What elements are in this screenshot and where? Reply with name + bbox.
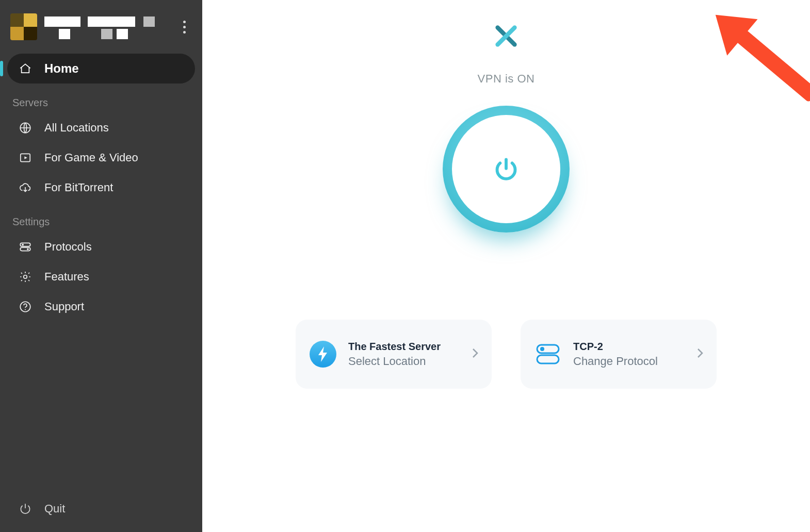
vpn-toggle-button[interactable] <box>443 106 570 232</box>
chevron-right-icon <box>472 348 478 360</box>
globe-icon <box>19 121 32 135</box>
account-header[interactable] <box>0 0 202 54</box>
location-card-title: The Fastest Server <box>348 341 441 353</box>
sidebar-item-all-locations[interactable]: All Locations <box>0 113 202 143</box>
sidebar-item-label: Support <box>44 300 84 313</box>
sidebar-item-protocols[interactable]: Protocols <box>0 232 202 262</box>
sidebar-item-home[interactable]: Home <box>7 54 195 84</box>
power-icon <box>19 502 32 516</box>
play-rect-icon <box>19 151 32 164</box>
sidebar-item-game-video[interactable]: For Game & Video <box>0 143 202 173</box>
svg-point-3 <box>22 244 24 246</box>
sidebar-item-label: For Game & Video <box>44 151 138 164</box>
sidebar-item-label: Protocols <box>44 240 92 254</box>
account-name-redacted <box>44 16 176 37</box>
sidebar-item-label: All Locations <box>44 121 109 135</box>
sidebar-item-label: For BitTorrent <box>44 181 113 194</box>
app-logo <box>495 25 517 47</box>
sidebar-item-support[interactable]: Support <box>0 292 202 322</box>
protocol-card-title: TCP-2 <box>573 341 658 353</box>
sidebar-item-label: Features <box>44 270 89 284</box>
svg-rect-11 <box>537 355 559 363</box>
sidebar-item-quit[interactable]: Quit <box>0 491 202 527</box>
main-panel: VPN is ON The Fastest Server Select Loca… <box>202 0 810 532</box>
select-location-card[interactable]: The Fastest Server Select Location <box>296 320 492 389</box>
svg-point-10 <box>540 347 544 351</box>
svg-point-5 <box>27 248 29 250</box>
bolt-icon <box>309 340 337 368</box>
sidebar: Home Servers All Locations For Game & Vi… <box>0 0 202 532</box>
change-protocol-card[interactable]: TCP-2 Change Protocol <box>521 320 717 389</box>
svg-point-6 <box>24 275 27 279</box>
svg-point-8 <box>25 309 26 310</box>
chevron-right-icon <box>697 348 703 360</box>
section-label-servers: Servers <box>0 84 202 113</box>
help-icon <box>19 300 32 313</box>
account-menu-button[interactable] <box>176 16 192 37</box>
sidebar-item-label: Home <box>44 61 79 76</box>
svg-rect-2 <box>20 243 30 246</box>
switches-icon <box>19 240 32 254</box>
gear-icon <box>19 270 32 284</box>
quick-cards-row: The Fastest Server Select Location TCP-2… <box>202 320 810 389</box>
sidebar-item-features[interactable]: Features <box>0 262 202 292</box>
annotation-arrow <box>726 21 810 103</box>
power-icon <box>452 115 560 223</box>
toggle-icon <box>534 340 562 368</box>
sidebar-item-bittorrent[interactable]: For BitTorrent <box>0 173 202 203</box>
section-label-settings: Settings <box>0 203 202 232</box>
avatar <box>10 13 37 40</box>
cloud-download-icon <box>19 181 32 194</box>
location-card-subtitle: Select Location <box>348 355 441 368</box>
home-icon <box>19 62 32 75</box>
sidebar-item-label: Quit <box>44 502 65 516</box>
svg-rect-4 <box>20 247 30 251</box>
vpn-status-text: VPN is ON <box>478 72 535 86</box>
protocol-card-subtitle: Change Protocol <box>573 355 658 368</box>
